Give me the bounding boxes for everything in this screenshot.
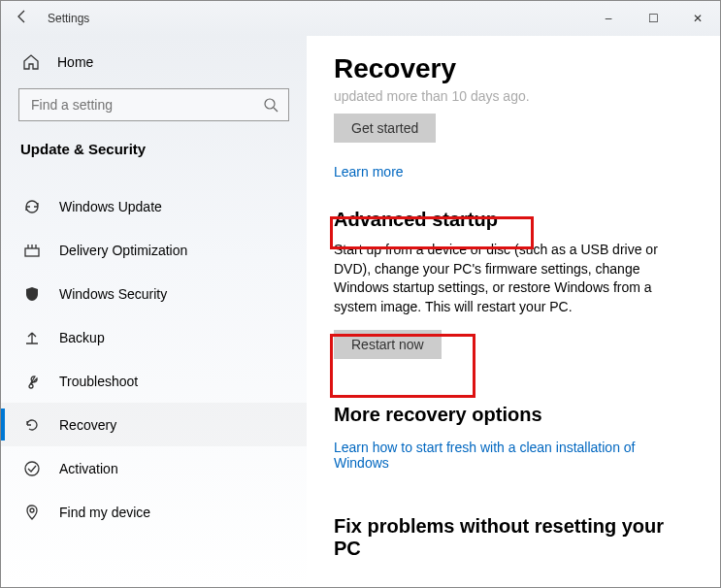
- svg-point-0: [265, 99, 275, 109]
- location-icon: [22, 503, 42, 522]
- search-icon: [263, 97, 279, 113]
- nav-troubleshoot[interactable]: Troubleshoot: [1, 359, 307, 403]
- window-title: Settings: [44, 12, 89, 25]
- nav-label: Delivery Optimization: [59, 243, 187, 258]
- nav-windows-security[interactable]: Windows Security: [1, 272, 307, 315]
- svg-rect-2: [25, 248, 39, 256]
- learn-more-link[interactable]: Learn more: [334, 164, 404, 180]
- wrench-icon: [22, 372, 42, 391]
- nav-label: Troubleshoot: [59, 374, 138, 389]
- delivery-icon: [22, 241, 42, 260]
- content-pane: Recovery updated more than 10 days ago. …: [307, 36, 720, 588]
- nav-label: Windows Security: [59, 286, 167, 302]
- advanced-startup-desc: Start up from a device or disc (such as …: [334, 241, 693, 316]
- nav-windows-update[interactable]: Windows Update: [1, 184, 307, 228]
- nav-label: Windows Update: [59, 199, 162, 214]
- nav-delivery-optimization[interactable]: Delivery Optimization: [1, 228, 307, 272]
- shield-icon: [22, 284, 42, 304]
- nav-find-my-device[interactable]: Find my device: [1, 490, 307, 534]
- back-button[interactable]: [1, 9, 44, 28]
- minimize-button[interactable]: –: [586, 1, 631, 36]
- highlight-box-2: [330, 334, 475, 398]
- partial-text: updated more than 10 days ago.: [334, 88, 693, 104]
- nav-label: Recovery: [59, 417, 116, 433]
- page-title: Recovery: [334, 53, 693, 84]
- backup-icon: [22, 328, 42, 347]
- nav-recovery[interactable]: Recovery: [1, 403, 307, 446]
- titlebar: Settings – ☐ ✕: [1, 1, 720, 36]
- nav-label: Find my device: [59, 505, 150, 520]
- svg-line-1: [274, 108, 278, 112]
- nav-activation[interactable]: Activation: [1, 446, 307, 490]
- home-label: Home: [57, 54, 93, 70]
- more-recovery-heading: More recovery options: [334, 404, 693, 426]
- search-box[interactable]: [18, 88, 289, 121]
- sidebar: Home Update & Security Windows Update De…: [1, 36, 307, 588]
- search-input[interactable]: [29, 96, 263, 114]
- maximize-button[interactable]: ☐: [631, 1, 675, 36]
- recovery-icon: [22, 415, 42, 435]
- svg-point-4: [30, 508, 34, 512]
- nav-backup[interactable]: Backup: [1, 315, 307, 359]
- nav-label: Activation: [59, 461, 118, 476]
- start-fresh-link[interactable]: Learn how to start fresh with a clean in…: [334, 440, 693, 471]
- home-icon: [22, 53, 40, 71]
- get-started-button[interactable]: Get started: [334, 114, 436, 143]
- close-button[interactable]: ✕: [675, 1, 720, 36]
- svg-point-3: [25, 462, 39, 475]
- category-header: Update & Security: [1, 139, 307, 173]
- fix-problems-heading: Fix problems without resetting your PC: [334, 515, 693, 560]
- home-nav[interactable]: Home: [1, 46, 307, 79]
- sync-icon: [22, 197, 42, 216]
- nav-label: Backup: [59, 330, 105, 345]
- check-circle-icon: [22, 459, 42, 478]
- highlight-box-1: [330, 216, 534, 249]
